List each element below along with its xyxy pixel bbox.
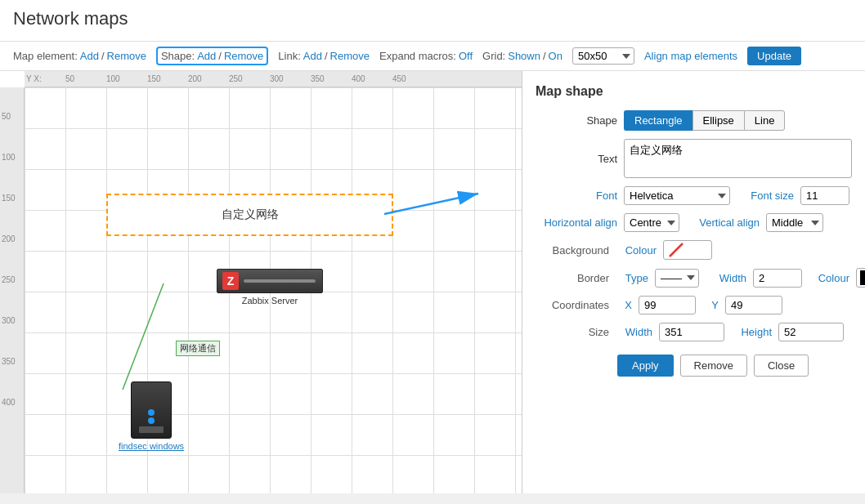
zabbix-server-image: Z — [217, 269, 323, 293]
zabbix-z-logo: Z — [222, 272, 239, 290]
server-light-2 — [148, 417, 155, 424]
tick-350: 350 — [311, 74, 325, 83]
update-button[interactable]: Update — [747, 47, 801, 65]
findsec-label[interactable]: findsec windows — [119, 441, 184, 451]
halign-select[interactable]: Left Centre Right — [624, 213, 679, 232]
map-element-remove-link[interactable]: Remove — [107, 50, 146, 62]
fontsize-input[interactable] — [800, 186, 849, 205]
halign-label: Horizontal align — [536, 216, 617, 229]
align-row: Horizontal align Left Centre Right Verti… — [536, 213, 852, 232]
grid-size-select[interactable]: 50x50 25x25 100x100 — [572, 47, 634, 65]
tick-250: 250 — [229, 74, 243, 83]
shape-ellipse-btn[interactable]: Ellipse — [692, 110, 744, 131]
x-input[interactable] — [639, 296, 696, 314]
ruler-y: 50 100 150 200 250 300 350 400 — [0, 87, 25, 493]
shape-rectangle-btn[interactable]: Rectangle — [624, 110, 692, 131]
button-row: Apply Remove Close — [536, 355, 852, 377]
width-input[interactable] — [659, 323, 724, 341]
network-link-label: 网络通信 — [176, 341, 220, 356]
expand-section: Expand macros: Off — [379, 50, 473, 62]
tick-300: 300 — [270, 74, 284, 83]
tick-150: 150 — [147, 74, 161, 83]
colour-label: Colour — [856, 190, 865, 202]
text-input[interactable]: 自定义网络 — [624, 139, 852, 178]
map-element-label: Map element: — [13, 50, 78, 62]
coordinates-label: Coordinates — [536, 299, 609, 311]
y-input[interactable] — [725, 296, 782, 314]
background-row: Background Colour — [536, 240, 852, 260]
shape-rectangle[interactable]: 自定义网络 — [106, 194, 393, 236]
page-header: Network maps — [0, 0, 865, 42]
size-row: Size Width Height — [536, 323, 852, 341]
shape-type-group: Rectangle Ellipse Line — [624, 110, 785, 131]
size-label: Size — [536, 326, 609, 338]
tick-450: 450 — [392, 74, 406, 83]
bg-colour-icon — [668, 242, 684, 258]
y-label: Y — [702, 299, 719, 311]
border-type-label: Type — [616, 272, 648, 284]
svg-line-2 — [123, 283, 164, 390]
height-label: Height — [731, 326, 772, 338]
ytick-350: 350 — [2, 357, 16, 366]
shape-add-link[interactable]: Add — [197, 50, 216, 62]
border-colour-box — [860, 270, 865, 285]
shape-type-row: Shape Rectangle Ellipse Line — [536, 110, 852, 131]
toolbar: Map element: Add / Remove Shape: Add / R… — [0, 42, 865, 71]
map-element-add-link[interactable]: Add — [80, 50, 99, 62]
findsec-icon[interactable]: findsec windows — [119, 381, 184, 451]
border-label: Border — [536, 272, 609, 284]
arrow-indicator — [384, 185, 499, 226]
tick-200: 200 — [188, 74, 202, 83]
yx-label: Y X: — [26, 74, 42, 83]
border-colour-label: Colour — [809, 272, 849, 284]
ruler-x: Y X: 50 100 150 200 250 300 350 400 450 — [25, 71, 522, 87]
map-element-section: Map element: Add / Remove — [13, 50, 146, 62]
border-type-select[interactable]: —— - - - ··· — [655, 269, 699, 288]
font-label: Font — [536, 190, 617, 202]
valign-label: Vertical align — [686, 216, 760, 229]
side-panel: Map shape Shape Rectangle Ellipse Line T… — [522, 71, 865, 493]
server-light-1 — [148, 409, 155, 416]
border-width-label: Width — [706, 272, 746, 284]
border-colour-swatch[interactable]: 000000 — [856, 268, 865, 288]
zabbix-server-icon[interactable]: Z Zabbix Server — [217, 269, 323, 306]
shape-section: Shape: Add / Remove — [156, 47, 268, 65]
grid-shown-link[interactable]: Shown — [508, 50, 540, 62]
page-title: Network maps — [13, 8, 852, 29]
link-add-link[interactable]: Add — [303, 50, 322, 62]
valign-select[interactable]: Top Middle Bottom — [766, 213, 823, 232]
remove-button[interactable]: Remove — [680, 355, 747, 377]
link-section: Link: Add / Remove — [278, 50, 370, 62]
align-section: Align map elements — [644, 50, 737, 62]
grid-on-link[interactable]: On — [549, 50, 562, 62]
ytick-300: 300 — [2, 316, 16, 325]
font-select[interactable]: Helvetica Arial Times New Roman — [624, 186, 730, 205]
align-link[interactable]: Align map elements — [644, 50, 737, 62]
apply-button[interactable]: Apply — [617, 355, 674, 377]
shape-remove-link[interactable]: Remove — [224, 50, 263, 62]
canvas-area[interactable]: Y X: 50 100 150 200 250 300 350 400 450 … — [0, 71, 522, 493]
shape-label: Shape: — [161, 50, 195, 62]
ytick-50: 50 — [2, 112, 11, 121]
canvas-content[interactable]: 自定义网络 Z Zabbix Server — [25, 87, 522, 493]
ytick-400: 400 — [2, 398, 16, 407]
link-remove-link[interactable]: Remove — [330, 50, 370, 62]
zabbix-server-label: Zabbix Server — [242, 296, 298, 306]
border-width-input[interactable] — [753, 269, 802, 288]
close-button[interactable]: Close — [754, 355, 809, 377]
grid-label: Grid: — [482, 50, 505, 62]
border-row: Border Type —— - - - ··· Width Colour 00… — [536, 268, 852, 288]
shape-line-btn[interactable]: Line — [744, 110, 786, 131]
expand-off-link[interactable]: Off — [459, 50, 473, 62]
ytick-250: 250 — [2, 275, 16, 284]
bg-colour-swatch[interactable] — [663, 240, 712, 260]
height-input[interactable] — [778, 323, 844, 341]
ytick-150: 150 — [2, 194, 16, 203]
ytick-100: 100 — [2, 153, 16, 162]
bg-colour-label: Colour — [616, 244, 657, 256]
fontsize-label: Font size — [737, 190, 794, 202]
svg-line-3 — [670, 243, 683, 256]
svg-line-1 — [384, 194, 478, 214]
x-label: X — [616, 299, 632, 311]
panel-title: Map shape — [536, 84, 852, 99]
